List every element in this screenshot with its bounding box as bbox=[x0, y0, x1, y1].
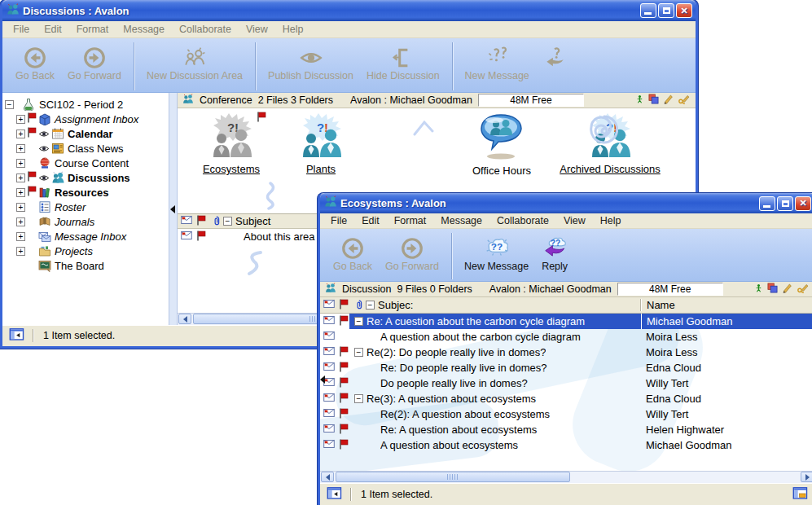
minimize-button[interactable] bbox=[640, 3, 656, 18]
toolbar-button-reply[interactable]: ??Reply bbox=[535, 232, 574, 273]
panel-toggle-icon[interactable] bbox=[9, 328, 24, 343]
paperclip-icon bbox=[352, 299, 362, 312]
maximize-button[interactable] bbox=[777, 196, 793, 211]
expand-icon[interactable]: + bbox=[16, 232, 25, 241]
sidebar-item-course-content[interactable]: +Course Content bbox=[2, 156, 169, 170]
sidebar-item-label: Discussions bbox=[68, 172, 130, 184]
message-row[interactable]: A question about ecosystemsMichael Goodm… bbox=[320, 437, 812, 453]
scroll-right-button[interactable] bbox=[801, 472, 812, 482]
sidebar-item-calendar[interactable]: +Calendar bbox=[2, 126, 169, 141]
close-button[interactable] bbox=[795, 196, 811, 211]
expand-icon[interactable]: + bbox=[16, 144, 25, 153]
minimize-button[interactable] bbox=[759, 196, 775, 211]
menu-item-message[interactable]: Message bbox=[116, 22, 172, 37]
titlebar-discussions[interactable]: Discussions : Avalon bbox=[2, 0, 696, 21]
thread-collapse-icon[interactable]: − bbox=[354, 348, 363, 357]
toolbar-button-publish-discussion[interactable]: Publish Discussion bbox=[261, 42, 360, 82]
toolbar-button-new-message[interactable]: New Message bbox=[459, 42, 536, 82]
conference-item-label: Plants bbox=[279, 163, 363, 175]
sidebar-item-discussions[interactable]: +Discussions bbox=[2, 170, 169, 185]
collapse-all-icon[interactable]: − bbox=[366, 301, 375, 310]
view-toggle-icon[interactable] bbox=[792, 487, 808, 502]
toolbar-separator bbox=[255, 42, 256, 90]
message-row[interactable]: Re: Do people really live in domes?Edna … bbox=[320, 360, 812, 375]
toolbar-button-new-discussion-area[interactable]: New Discussion Area bbox=[140, 42, 249, 82]
menu-item-collaborate[interactable]: Collaborate bbox=[172, 22, 239, 37]
titlebar-ecosystems[interactable]: Ecosystems : Avalon bbox=[320, 193, 812, 213]
thread-collapse-icon[interactable]: − bbox=[354, 317, 363, 326]
scrollbar-thumb[interactable] bbox=[336, 472, 570, 482]
eye-icon bbox=[37, 173, 50, 183]
menu-item-collaborate[interactable]: Collaborate bbox=[489, 213, 556, 228]
pane-splitter[interactable] bbox=[169, 93, 178, 325]
toolbar-button-go-back[interactable]: Go Back bbox=[327, 232, 379, 273]
menu-item-view[interactable]: View bbox=[239, 22, 275, 37]
conference-item-ecosystems[interactable]: ?!Ecosystems bbox=[189, 113, 274, 175]
toolbar-button-label: Go Forward bbox=[68, 70, 121, 81]
menu-item-edit[interactable]: Edit bbox=[37, 22, 69, 37]
sidebar-item-resources[interactable]: +Resources bbox=[2, 185, 169, 200]
expand-icon[interactable]: + bbox=[16, 115, 25, 124]
sidebar-item-journals[interactable]: +Journals bbox=[2, 214, 169, 229]
message-row[interactable]: −Re(3): A question about ecosystemsEdna … bbox=[320, 391, 812, 406]
doodle-squiggle bbox=[241, 250, 269, 278]
splitter-collapse-icon[interactable] bbox=[320, 375, 325, 384]
sidebar-item-assignment-inbox[interactable]: +Assignment Inbox bbox=[2, 112, 169, 126]
sidebar-item-label: Journals bbox=[55, 216, 94, 228]
expand-icon[interactable]: + bbox=[16, 217, 25, 226]
sidebar-item-message-inbox[interactable]: +Message Inbox bbox=[2, 229, 169, 244]
thread-collapse-icon[interactable]: − bbox=[354, 394, 363, 403]
message-row[interactable]: −Re(2): Do people really live in domes?M… bbox=[320, 345, 812, 360]
projects-icon bbox=[37, 244, 52, 257]
expand-icon[interactable]: + bbox=[16, 159, 25, 168]
panel-toggle-icon[interactable] bbox=[327, 487, 342, 502]
message-author: Willy Tert bbox=[641, 406, 812, 422]
menu-item-help[interactable]: Help bbox=[275, 22, 311, 37]
message-row-body: A question about the carbon cycle diagra… bbox=[349, 329, 812, 345]
sidebar-item-class-news[interactable]: +Class News bbox=[2, 141, 169, 156]
maximize-button[interactable] bbox=[658, 3, 674, 18]
menu-item-format[interactable]: Format bbox=[69, 22, 116, 37]
conference-item-plants[interactable]: ?!Plants bbox=[279, 113, 363, 175]
sidebar-item-projects[interactable]: +Projects bbox=[2, 244, 169, 258]
message-row[interactable]: Re(2): A question about ecosystemsWilly … bbox=[320, 406, 812, 422]
close-button[interactable] bbox=[676, 3, 692, 18]
message-row[interactable]: Do people really live in domes?Willy Ter… bbox=[320, 375, 812, 391]
menu-item-message[interactable]: Message bbox=[433, 213, 489, 228]
toolbar-button-new-message[interactable]: ??New Message bbox=[458, 232, 535, 273]
toolbar-button-hide-discussion[interactable]: Hide Discussion bbox=[360, 42, 446, 82]
toolbar-button-reply[interactable] bbox=[536, 42, 573, 71]
menu-item-help[interactable]: Help bbox=[593, 213, 629, 228]
expand-icon[interactable]: + bbox=[16, 247, 25, 256]
splitter-collapse-icon[interactable] bbox=[170, 205, 175, 213]
message-row[interactable]: Re: A question about ecosystemsHelen Hig… bbox=[320, 422, 812, 437]
horizontal-scrollbar[interactable] bbox=[320, 471, 812, 483]
tree-root-sci102[interactable]: −SCI102 - Period 2 bbox=[2, 97, 169, 112]
menu-item-edit[interactable]: Edit bbox=[354, 213, 387, 228]
expand-icon[interactable]: + bbox=[16, 188, 25, 197]
collapse-icon[interactable]: − bbox=[5, 100, 14, 109]
collapse-all-icon[interactable]: − bbox=[223, 217, 232, 226]
sidebar-item-roster[interactable]: +Roster bbox=[2, 200, 169, 214]
conference-item-label: Ecosystems bbox=[189, 163, 274, 175]
scroll-left-button[interactable] bbox=[321, 472, 334, 482]
message-author: Moira Less bbox=[641, 329, 812, 345]
expand-icon[interactable]: + bbox=[16, 203, 25, 212]
menu-item-format[interactable]: Format bbox=[387, 213, 434, 228]
toolbar-button-go-forward[interactable]: Go Forward bbox=[379, 232, 446, 273]
scroll-left-button[interactable] bbox=[178, 314, 191, 324]
menu-item-view[interactable]: View bbox=[556, 213, 593, 228]
envelope-icon bbox=[323, 438, 335, 452]
message-row[interactable]: −Re: A cuestion about the carbon cycle d… bbox=[320, 314, 812, 329]
toolbar-button-go-back[interactable]: Go Back bbox=[9, 42, 61, 82]
conference-item-archived-discussions[interactable]: ?!Archived Discussions bbox=[542, 113, 678, 175]
expand-icon[interactable]: + bbox=[16, 130, 25, 138]
menu-item-file[interactable]: File bbox=[6, 22, 37, 37]
list-column-header[interactable]: − Subjec: Name bbox=[320, 297, 812, 314]
sidebar-item-the-board[interactable]: The Board bbox=[2, 258, 169, 273]
toolbar-button-go-forward[interactable]: Go Forward bbox=[61, 42, 128, 82]
flag-icon bbox=[195, 231, 206, 244]
menu-item-file[interactable]: File bbox=[323, 213, 354, 228]
message-row[interactable]: A question about the carbon cycle diagra… bbox=[320, 329, 812, 345]
expand-icon[interactable]: + bbox=[16, 173, 25, 182]
